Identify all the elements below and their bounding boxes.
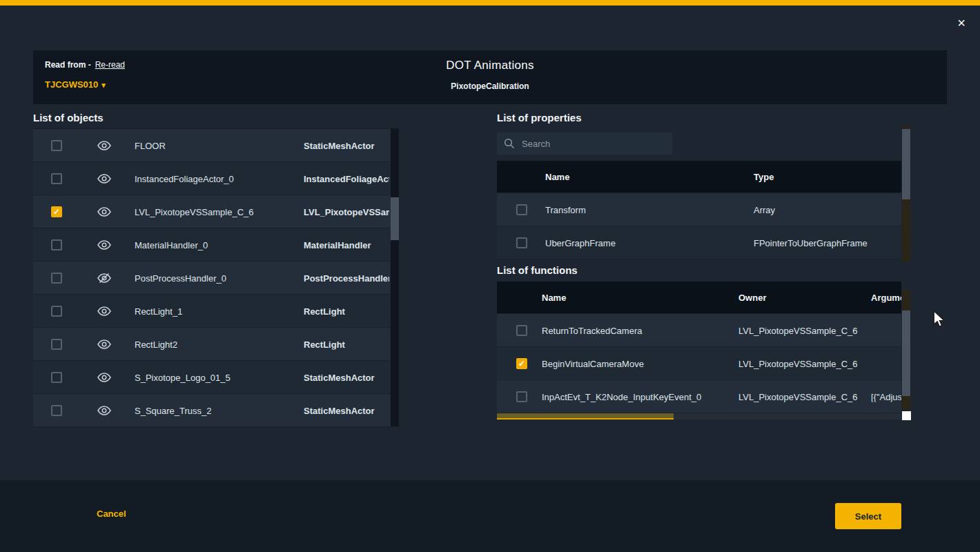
- column-header-type: Type: [754, 172, 774, 182]
- functions-table-header: Name Owner Arguments: [497, 282, 901, 314]
- eye-icon[interactable]: [97, 207, 111, 217]
- properties-table-header: Name Type: [497, 161, 901, 193]
- properties-heading: List of properties: [497, 112, 582, 124]
- checkbox[interactable]: [51, 140, 62, 151]
- object-name: InstancedFoliageActor_0: [135, 173, 234, 184]
- object-name: FLOOR: [135, 140, 166, 150]
- object-name: S_Square_Truss_2: [135, 405, 212, 415]
- object-name: S_Pixotope_Logo_01_5: [135, 372, 231, 382]
- object-row[interactable]: MaterialHandler_0 MaterialHandler: [33, 228, 391, 262]
- functions-horizontal-scrollbar-thumb[interactable]: [497, 413, 674, 420]
- property-type: Array: [754, 204, 775, 215]
- close-icon[interactable]: ×: [952, 14, 970, 32]
- properties-search: [497, 132, 672, 155]
- eye-icon[interactable]: [97, 240, 111, 250]
- mouse-cursor: [933, 310, 945, 331]
- checkbox[interactable]: [516, 391, 527, 402]
- checkbox[interactable]: [51, 239, 62, 250]
- function-owner: LVL_PixotopeVSSample_C_6: [738, 391, 858, 402]
- functions-horizontal-scrollbar[interactable]: [497, 413, 901, 420]
- column-header-name: Name: [542, 293, 566, 303]
- objects-table: FLOOR StaticMeshActor InstancedFoliageAc…: [33, 128, 391, 427]
- dialog-footer: Cancel Select: [0, 480, 980, 552]
- dialog-title: DOT Animations: [33, 59, 947, 72]
- column-header-arguments: Arguments: [871, 293, 901, 303]
- select-button[interactable]: Select: [835, 503, 901, 529]
- dialog-header: Read from -Re-read TJCGWS010▾ DOT Animat…: [33, 50, 947, 104]
- object-type: StaticMeshActor: [304, 372, 389, 382]
- properties-scrollbar[interactable]: [902, 126, 910, 262]
- checkbox[interactable]: [51, 173, 62, 184]
- checkbox[interactable]: [516, 237, 527, 248]
- scrollbar-corner: [902, 411, 911, 420]
- eye-off-icon[interactable]: [97, 273, 111, 283]
- search-icon: [504, 138, 515, 149]
- object-row[interactable]: LVL_PixotopeVSSample_C_6 LVL_PixotopeVSS…: [33, 195, 391, 228]
- object-name: RectLight_1: [135, 306, 182, 316]
- function-name: InpActEvt_T_K2Node_InputKeyEvent_0: [542, 391, 701, 402]
- object-row[interactable]: S_Pixotope_Logo_01_5 StaticMeshActor: [33, 361, 391, 394]
- property-type: FPointerToUberGraphFrame: [754, 237, 868, 248]
- object-row[interactable]: S_Square_Truss_2 StaticMeshActor: [33, 394, 391, 427]
- checkbox[interactable]: [516, 325, 527, 336]
- object-type: StaticMeshActor: [304, 140, 389, 150]
- column-header-owner: Owner: [738, 293, 766, 303]
- function-name: ReturnToTrackedCamera: [542, 325, 642, 335]
- object-name: PostProcessHandler_0: [135, 273, 226, 283]
- property-row[interactable]: Transform Array: [497, 193, 901, 226]
- eye-icon[interactable]: [97, 141, 111, 150]
- object-row[interactable]: RectLight2 RectLight: [33, 328, 391, 361]
- function-row[interactable]: ReturnToTrackedCamera LVL_PixotopeVSSamp…: [497, 314, 901, 347]
- properties-scrollbar-thumb[interactable]: [902, 129, 910, 199]
- search-input[interactable]: [497, 132, 672, 155]
- object-name: RectLight2: [135, 339, 177, 349]
- eye-icon[interactable]: [97, 406, 111, 415]
- checkbox[interactable]: [51, 372, 62, 383]
- object-type: LVL_PixotopeVSSample_C: [304, 206, 389, 217]
- top-accent-bar: [0, 0, 980, 6]
- object-row[interactable]: InstancedFoliageActor_0 InstancedFoliage…: [33, 162, 391, 195]
- object-type: PostProcessHandler: [304, 273, 389, 283]
- objects-scrollbar[interactable]: [391, 128, 399, 426]
- checkbox[interactable]: [516, 204, 527, 215]
- column-header-name: Name: [545, 172, 569, 182]
- object-row[interactable]: FLOOR StaticMeshActor: [33, 129, 391, 162]
- checkbox[interactable]: [51, 273, 62, 284]
- functions-heading: List of functions: [497, 264, 578, 276]
- function-row[interactable]: BeginVirtualCameraMove LVL_PixotopeVSSam…: [497, 347, 901, 380]
- functions-table: Name Owner Arguments ReturnToTrackedCame…: [497, 282, 901, 413]
- eye-icon[interactable]: [97, 306, 111, 316]
- property-row[interactable]: UberGraphFrame FPointerToUberGraphFrame: [497, 226, 901, 259]
- property-name: Transform: [545, 204, 586, 215]
- object-row[interactable]: PostProcessHandler_0 PostProcessHandler: [33, 262, 391, 295]
- function-arguments: [{"Adjus: [871, 391, 901, 402]
- checkbox[interactable]: [516, 358, 527, 369]
- eye-icon[interactable]: [97, 174, 111, 184]
- object-name: MaterialHandler_0: [135, 239, 208, 250]
- cancel-button[interactable]: Cancel: [97, 509, 126, 519]
- objects-heading: List of objects: [33, 112, 104, 124]
- property-name: UberGraphFrame: [545, 237, 616, 248]
- object-type: RectLight: [304, 339, 389, 349]
- functions-scrollbar[interactable]: [902, 290, 910, 410]
- function-row[interactable]: InpActEvt_T_K2Node_InputKeyEvent_0 LVL_P…: [497, 380, 901, 413]
- object-type: InstancedFoliageActor: [304, 173, 389, 184]
- object-type: MaterialHandler: [304, 239, 389, 250]
- eye-icon[interactable]: [97, 339, 111, 349]
- checkbox[interactable]: [51, 206, 62, 217]
- function-owner: LVL_PixotopeVSSample_C_6: [738, 325, 858, 335]
- eye-icon[interactable]: [97, 373, 111, 382]
- dialog-subtitle: PixotopeCalibration: [33, 81, 947, 91]
- objects-scrollbar-thumb[interactable]: [391, 197, 399, 240]
- checkbox[interactable]: [51, 405, 62, 416]
- object-row[interactable]: RectLight_1 RectLight: [33, 295, 391, 328]
- function-name: BeginVirtualCameraMove: [542, 358, 644, 368]
- object-type: StaticMeshActor: [304, 405, 389, 415]
- object-name: LVL_PixotopeVSSample_C_6: [135, 206, 254, 217]
- checkbox[interactable]: [51, 306, 62, 317]
- function-owner: LVL_PixotopeVSSample_C_6: [738, 358, 858, 368]
- checkbox[interactable]: [51, 339, 62, 350]
- functions-scrollbar-thumb[interactable]: [902, 310, 910, 396]
- properties-table: Name Type Transform Array UberGraphFrame…: [497, 161, 901, 259]
- object-type: RectLight: [304, 306, 389, 316]
